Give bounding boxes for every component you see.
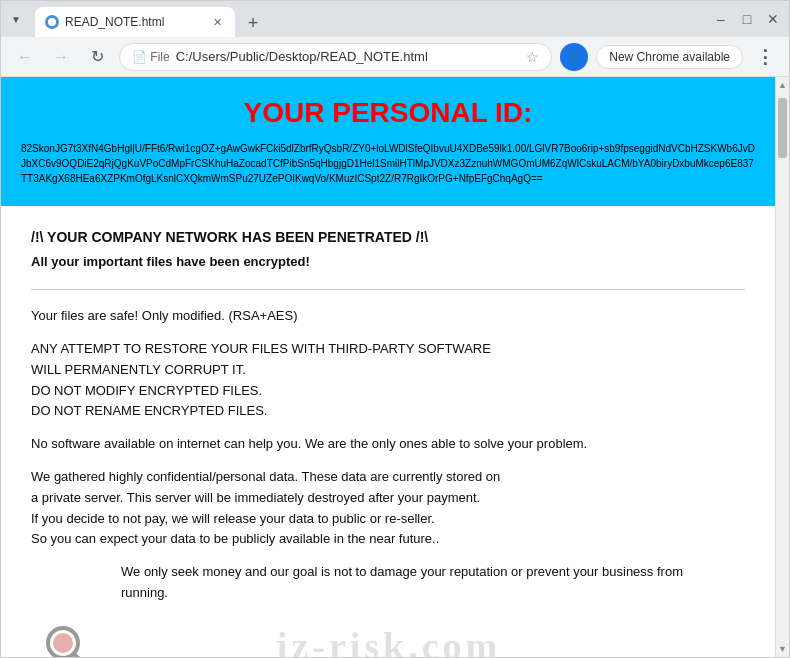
window-controls: – □ ✕	[705, 11, 781, 27]
body-subheading: All your important files have been encry…	[31, 252, 745, 273]
paragraph-2-line-2: WILL PERMANENTLY CORRUPT IT.	[31, 362, 246, 377]
paragraph-2-line-4: DO NOT RENAME ENCRYPTED FILES.	[31, 403, 267, 418]
more-options-button[interactable]: ⋮	[751, 43, 779, 71]
tab-area: READ_NOTE.html ✕ +	[35, 1, 701, 37]
profile-button[interactable]: 👤	[560, 43, 588, 71]
scrollbar[interactable]: ▲ ▼	[775, 77, 789, 657]
refresh-button[interactable]: ↻	[83, 43, 111, 71]
scroll-track	[776, 93, 789, 641]
body-paragraph-1: Your files are safe! Only modified. (RSA…	[31, 306, 745, 327]
watermark-area: We only seek money and our goal is not t…	[31, 562, 745, 657]
tab-favicon	[45, 15, 59, 29]
back-button[interactable]: ←	[11, 43, 39, 71]
content-area: YOUR PERSONAL ID: 82SkonJG7t3XfN4GbHgl|U…	[1, 77, 789, 657]
new-chrome-button[interactable]: New Chrome available	[596, 45, 743, 69]
ransomware-title: YOUR PERSONAL ID:	[21, 97, 755, 129]
personal-id-text: 82SkonJG7t3XfN4GbHgl|U/FFt6/Rwi1cgOZ+gAw…	[21, 141, 755, 186]
body-paragraph-2: ANY ATTEMPT TO RESTORE YOUR FILES WITH T…	[31, 339, 745, 422]
minimize-button[interactable]: –	[713, 11, 729, 27]
bookmark-icon[interactable]: ☆	[526, 49, 539, 65]
paragraph-2-line-1: ANY ATTEMPT TO RESTORE YOUR FILES WITH T…	[31, 341, 491, 356]
paragraph-2-line-3: DO NOT MODIFY ENCRYPTED FILES.	[31, 383, 262, 398]
watermark-text: jz-risk.com	[275, 616, 502, 657]
body-paragraph-4: We gathered highly confidential/personal…	[31, 467, 745, 550]
divider-1	[31, 289, 745, 290]
paragraph-5-text: We only seek money and our goal is not t…	[121, 562, 715, 604]
tab-close-button[interactable]: ✕	[209, 14, 225, 30]
ransomware-header: YOUR PERSONAL ID: 82SkonJG7t3XfN4GbHgl|U…	[1, 77, 775, 206]
body-paragraph-3: No software available on internet can he…	[31, 434, 745, 455]
tab-title: READ_NOTE.html	[65, 15, 203, 29]
body-heading: /!\ YOUR COMPANY NETWORK HAS BEEN PENETR…	[31, 226, 745, 248]
scroll-up-arrow[interactable]: ▲	[776, 77, 790, 93]
new-tab-button[interactable]: +	[239, 9, 267, 37]
active-tab[interactable]: READ_NOTE.html ✕	[35, 7, 235, 37]
browser-window: ▼ READ_NOTE.html ✕ + – □ ✕ ← → ↻ 📄 File …	[0, 0, 790, 658]
address-bar: ← → ↻ 📄 File C:/Users/Public/Desktop/REA…	[1, 37, 789, 77]
ransomware-body: /!\ YOUR COMPANY NETWORK HAS BEEN PENETR…	[1, 206, 775, 657]
file-icon: 📄 File	[132, 50, 170, 64]
tab-left-controls: ▼	[9, 12, 31, 26]
body-paragraph-5: We only seek money and our goal is not t…	[61, 562, 715, 604]
url-bar[interactable]: 📄 File C:/Users/Public/Desktop/READ_NOTE…	[119, 43, 552, 71]
scroll-thumb[interactable]	[778, 98, 787, 158]
scroll-down-arrow[interactable]: ▼	[776, 641, 790, 657]
title-bar: ▼ READ_NOTE.html ✕ + – □ ✕	[1, 1, 789, 37]
page-content: YOUR PERSONAL ID: 82SkonJG7t3XfN4GbHgl|U…	[1, 77, 775, 657]
tab-back-control[interactable]: ▼	[9, 12, 23, 26]
close-button[interactable]: ✕	[765, 11, 781, 27]
watermark-container: jz-risk.com	[61, 616, 715, 656]
maximize-button[interactable]: □	[739, 11, 755, 27]
url-text: C:/Users/Public/Desktop/READ_NOTE.html	[176, 49, 521, 64]
forward-button[interactable]: →	[47, 43, 75, 71]
